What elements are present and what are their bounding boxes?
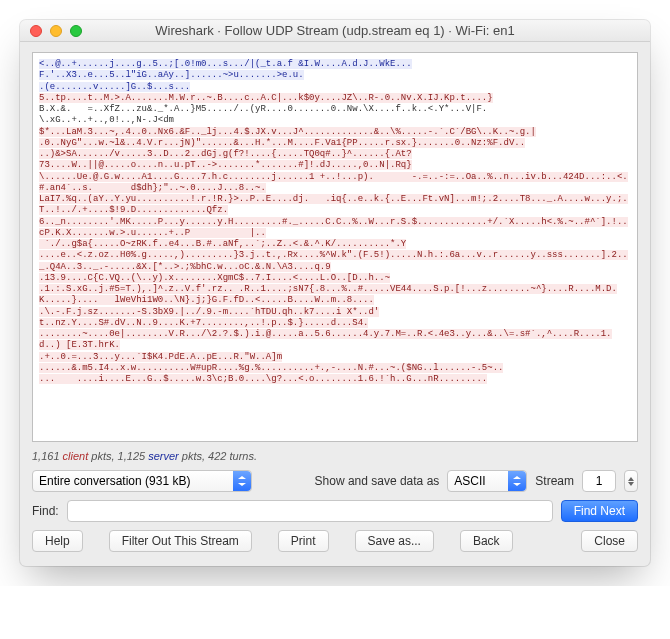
step-up-icon xyxy=(628,477,634,481)
server-text: <..@..+......j....g..5..;[.0!m0...s.../|… xyxy=(39,59,412,69)
client-text: 73....W..||@.....o....n..u.pT..->.......… xyxy=(39,160,412,170)
minimize-window-icon[interactable] xyxy=(50,25,62,37)
client-text: ....e..<.z.oz..H0%.g.....,).........}3.j… xyxy=(39,250,628,271)
window-title: Wireshark · Follow UDP Stream (udp.strea… xyxy=(20,23,650,38)
stream-text-view[interactable]: <..@..+......j....g..5..;[.0!m0...s.../|… xyxy=(32,52,638,442)
stats-mid: pkts, 1,125 xyxy=(88,450,148,462)
find-input[interactable] xyxy=(67,500,553,522)
client-text: .+..0.=...3...y...`I$K4.PdE.A..pE...R."W… xyxy=(39,352,282,362)
stream-stepper[interactable] xyxy=(624,470,638,492)
close-button[interactable]: Close xyxy=(581,530,638,552)
packet-stats: 1,161 client pkts, 1,125 server pkts, 42… xyxy=(32,450,638,462)
plain-text: B.X.&. =..XfZ...zu&._*.A..}M5...../..(yR… xyxy=(39,104,487,114)
filter-out-button[interactable]: Filter Out This Stream xyxy=(109,530,252,552)
client-text: .1.:.S.xG..j.#5=T.),.]^.z..V.f'.rz.. .R.… xyxy=(39,284,617,305)
help-button[interactable]: Help xyxy=(32,530,83,552)
save-as-button[interactable]: Save as... xyxy=(355,530,434,552)
close-window-icon[interactable] xyxy=(30,25,42,37)
find-next-button[interactable]: Find Next xyxy=(561,500,638,522)
svg-marker-2 xyxy=(513,476,521,479)
conversation-select[interactable]: Entire conversation (931 kB) xyxy=(32,470,252,492)
format-select[interactable]: ASCII xyxy=(447,470,527,492)
stats-pre: 1,161 xyxy=(32,450,63,462)
traffic-lights xyxy=(30,25,82,37)
content-area: <..@..+......j....g..5..;[.0!m0...s.../|… xyxy=(20,42,650,566)
client-text: t..nz.Y....S#.dV..N..9....K.+7........,.… xyxy=(39,318,368,328)
follow-stream-dialog: Wireshark · Follow UDP Stream (udp.strea… xyxy=(20,20,650,566)
stats-post: pkts, 422 turns. xyxy=(179,450,257,462)
zoom-window-icon[interactable] xyxy=(70,25,82,37)
chevron-down-icon xyxy=(508,471,526,491)
client-text: .13.9....C{C.VQ..(\..y).x........XgmC$..… xyxy=(39,273,390,283)
server-text: .(e.......v.....]G..$...s... xyxy=(39,82,190,92)
plain-text: \.xG..+..+..,0!..,N-.J<dm xyxy=(39,115,174,125)
server-text: F.'..X3..e...5..l"iG..aAy..]......~>u...… xyxy=(39,70,304,80)
client-text: \......Ue.@.G.w....A1....G....7.h.c.....… xyxy=(39,172,628,193)
client-text: .\.-.F.j.sz.......-S.3bX9.|../.9.-m....`… xyxy=(39,307,379,317)
svg-marker-3 xyxy=(513,483,521,486)
client-text: ... ....i....E...G..$.....w.3\c;B.0....\… xyxy=(39,374,487,384)
svg-marker-0 xyxy=(238,476,246,479)
client-text: ......&.m5.I4..x.w..........W#upR....%g.… xyxy=(39,363,503,373)
client-text: ..)&>SA....../v.....3..D...2..dGj.g(f?!.… xyxy=(39,149,412,159)
stream-label: Stream xyxy=(535,474,574,488)
client-text: LaI7.%q..(aY..Y.yu..........!.r.!R.}>..P… xyxy=(39,194,628,215)
show-label: Show and save data as xyxy=(315,474,440,488)
stats-client-word: client xyxy=(63,450,89,462)
client-text: .0..NyG"...w.~l&..4.V.r...jN)"......&...… xyxy=(39,138,525,148)
print-button[interactable]: Print xyxy=(278,530,329,552)
svg-marker-1 xyxy=(238,483,246,486)
find-label: Find: xyxy=(32,504,59,518)
stats-server-word: server xyxy=(148,450,179,462)
stream-number[interactable]: 1 xyxy=(582,470,616,492)
client-text: ........~....0e|........V.R.../\2.?.$.).… xyxy=(39,329,612,350)
format-select-label: ASCII xyxy=(454,474,485,488)
client-text: 6.._n........'.MK.....P...y......y.H....… xyxy=(39,217,628,238)
client-text: $*...LaM.3...~,.4..0..Nx6.&F.._lj...4.$.… xyxy=(39,127,536,137)
titlebar: Wireshark · Follow UDP Stream (udp.strea… xyxy=(20,20,650,42)
client-text: `./..g$a{.....O~zRK.f..e4...B.#..aNf,..`… xyxy=(39,239,406,249)
client-text: 5..tp....t..M.>.A.......M.W.r..~.B....c.… xyxy=(39,93,493,103)
step-down-icon xyxy=(628,482,634,486)
back-button[interactable]: Back xyxy=(460,530,513,552)
conversation-select-label: Entire conversation (931 kB) xyxy=(39,474,190,488)
chevron-down-icon xyxy=(233,471,251,491)
